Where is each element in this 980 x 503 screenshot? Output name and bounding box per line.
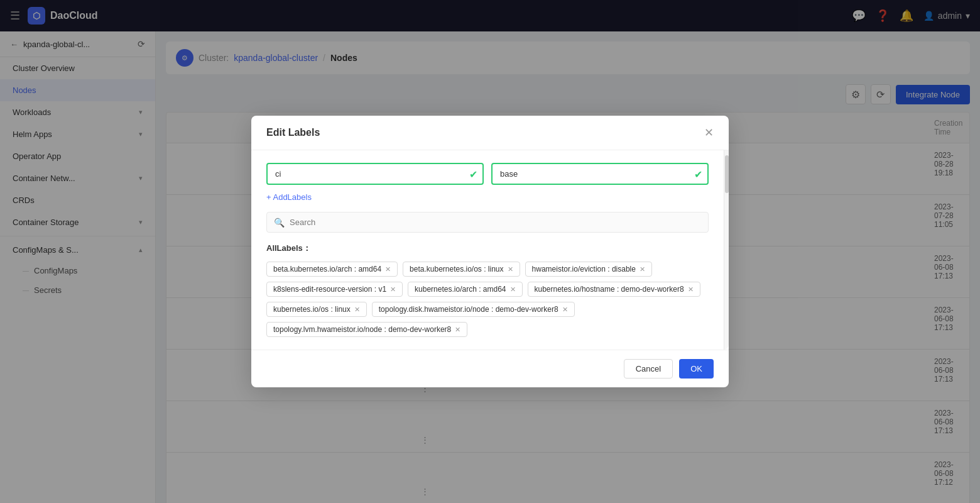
label-tag-topology-disk: topology.disk.hwameistor.io/node : demo-… — [372, 302, 575, 317]
label-tag-topology-lvm: topology.lvm.hwameistor.io/node : demo-d… — [266, 322, 467, 337]
label-tag-text-kube-os: kubernetes.io/os : linux — [273, 305, 351, 314]
remove-label-topology-lvm[interactable]: ✕ — [455, 326, 460, 334]
remove-label-kube-os[interactable]: ✕ — [354, 306, 360, 314]
ok-button[interactable]: OK — [679, 359, 714, 379]
modal-title: Edit Labels — [266, 127, 320, 138]
check-icon-1: ✔ — [469, 168, 477, 180]
modal-scroll-area: ✔ ✔ + AddLabels 🔍 — [251, 150, 724, 350]
label-input-1[interactable] — [266, 163, 484, 185]
label-tag-kube-arch: kubernetes.io/arch : amd64 ✕ — [408, 282, 522, 297]
edit-labels-modal: Edit Labels ✕ ✔ ✔ — [251, 116, 729, 387]
modal-overlay[interactable]: Edit Labels ✕ ✔ ✔ — [0, 0, 980, 503]
label-tag-k8slens-version: k8slens-edit-resource-version : v1 ✕ — [266, 282, 403, 297]
label-tag-hwameistor-eviction: hwameistor.io/eviction : disable ✕ — [525, 262, 652, 277]
label-tag-text-topology-lvm: topology.lvm.hwameistor.io/node : demo-d… — [273, 325, 451, 334]
modal-scrollbar-track — [724, 150, 729, 350]
check-icon-2: ✔ — [694, 168, 702, 180]
remove-label-hwameistor-eviction[interactable]: ✕ — [640, 265, 645, 274]
search-input[interactable] — [266, 212, 709, 233]
label-input-1-wrap: ✔ — [266, 163, 484, 185]
remove-label-beta-arch[interactable]: ✕ — [385, 265, 391, 274]
label-tag-kube-hostname: kubernetes.io/hostname : demo-dev-worker… — [528, 282, 700, 297]
label-tag-text-hwameistor-eviction: hwameistor.io/eviction : disable — [532, 265, 636, 274]
all-labels-title: AllLabels： — [266, 243, 709, 254]
remove-label-topology-disk[interactable]: ✕ — [562, 306, 568, 314]
cancel-button[interactable]: Cancel — [624, 359, 673, 379]
label-input-2-wrap: ✔ — [491, 163, 709, 185]
modal-search: 🔍 — [266, 212, 709, 233]
modal-body-inner: ✔ ✔ + AddLabels 🔍 — [251, 150, 729, 350]
modal-body: ✔ ✔ + AddLabels 🔍 — [251, 150, 729, 350]
label-tag-text-kube-hostname: kubernetes.io/hostname : demo-dev-worker… — [535, 285, 684, 294]
remove-label-beta-os[interactable]: ✕ — [508, 265, 513, 274]
remove-label-k8slens-version[interactable]: ✕ — [390, 285, 396, 294]
label-tag-text-kube-arch: kubernetes.io/arch : amd64 — [415, 285, 506, 294]
remove-label-kube-hostname[interactable]: ✕ — [688, 285, 694, 294]
modal-footer: Cancel OK — [251, 350, 729, 387]
remove-label-kube-arch[interactable]: ✕ — [510, 285, 516, 294]
label-tag-text-topology-disk: topology.disk.hwameistor.io/node : demo-… — [379, 305, 558, 314]
modal-header: Edit Labels ✕ — [251, 116, 729, 150]
label-tag-text-k8slens-version: k8slens-edit-resource-version : v1 — [273, 285, 386, 294]
label-input-2[interactable] — [491, 163, 709, 185]
search-icon: 🔍 — [274, 218, 285, 228]
modal-close-button[interactable]: ✕ — [704, 126, 714, 140]
label-tag-beta-os: beta.kubernetes.io/os : linux ✕ — [403, 262, 520, 277]
add-labels-button[interactable]: + AddLabels — [266, 192, 312, 202]
label-tag-text-beta-os: beta.kubernetes.io/os : linux — [410, 265, 503, 274]
label-tag-kube-os: kubernetes.io/os : linux ✕ — [266, 302, 367, 317]
label-tag-beta-arch: beta.kubernetes.io/arch : amd64 ✕ — [266, 262, 398, 277]
label-tag-text-beta-arch: beta.kubernetes.io/arch : amd64 — [273, 265, 381, 274]
modal-scrollbar-thumb[interactable] — [725, 155, 729, 193]
labels-grid: beta.kubernetes.io/arch : amd64 ✕ beta.k… — [266, 262, 709, 337]
label-inputs-row: ✔ ✔ — [266, 163, 709, 185]
